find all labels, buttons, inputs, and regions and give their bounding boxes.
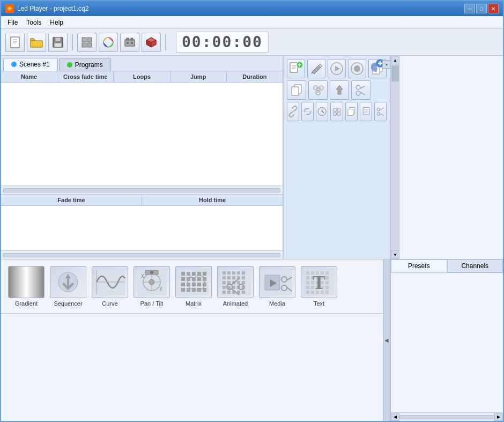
tab-presets[interactable]: Presets — [391, 260, 447, 272]
scissors-button[interactable] — [351, 80, 370, 100]
chain-button[interactable] — [330, 102, 343, 121]
minimize-button[interactable]: ─ — [464, 4, 475, 13]
effect-matrix[interactable]: Matrix — [175, 266, 212, 307]
panel-collapse-button[interactable]: ◀ — [383, 260, 390, 421]
copy2-button[interactable] — [287, 80, 306, 100]
toolbar-row-3 — [287, 102, 387, 121]
animated-icon — [217, 266, 254, 298]
svg-point-69 — [377, 113, 380, 115]
scene-hscroll[interactable] — [1, 186, 283, 194]
effect-animated[interactable]: Animated — [217, 266, 254, 307]
svg-line-51 — [360, 92, 365, 95]
app-icon: P — [5, 4, 14, 13]
hscroll-left-arrow[interactable]: ◀ — [391, 413, 399, 421]
svg-line-50 — [360, 86, 365, 88]
svg-rect-109 — [203, 288, 206, 292]
animated-label: Animated — [223, 300, 248, 307]
time-display: 00:00:00 — [176, 32, 269, 53]
col-loops: Loops — [114, 71, 170, 82]
svg-rect-95 — [181, 277, 185, 281]
scroll-down-arrow[interactable]: ▼ — [391, 250, 399, 259]
effects-button[interactable] — [308, 80, 328, 100]
col-holdtime: Hold time — [142, 195, 283, 205]
hscroll-right-arrow[interactable]: ▶ — [494, 413, 503, 421]
svg-point-57 — [322, 111, 323, 112]
tab-scenes[interactable]: Scenes #1 — [3, 58, 58, 71]
menu-help[interactable]: Help — [46, 18, 68, 27]
clock-button[interactable] — [316, 102, 328, 121]
media-label: Media — [269, 300, 285, 307]
link-button[interactable] — [287, 102, 299, 121]
title-bar: P Led Player - project1.cq2 ─ □ ✕ — [1, 1, 503, 16]
svg-point-48 — [356, 85, 360, 90]
lower-section: Gradient Sequencer — [1, 260, 390, 421]
scene-hscroll-track[interactable] — [3, 188, 280, 193]
tab-bar: Scenes #1 Programs — [1, 56, 283, 71]
grid-button[interactable] — [77, 33, 97, 52]
cube-button[interactable] — [142, 33, 161, 52]
effect-text[interactable]: T Text — [300, 266, 338, 307]
edit-scene-button[interactable] — [307, 59, 325, 78]
tab-programs-label: Programs — [75, 61, 103, 69]
scissors2-button[interactable] — [374, 102, 387, 121]
presets-hscroll[interactable]: ◀ ▶ — [391, 412, 503, 421]
svg-rect-124 — [237, 281, 240, 284]
svg-rect-126 — [223, 286, 226, 289]
presets-content — [391, 273, 503, 412]
svg-point-68 — [377, 108, 380, 111]
fade-hscroll-track[interactable] — [3, 253, 280, 257]
play-button[interactable] — [328, 59, 346, 78]
close-button[interactable]: ✕ — [488, 4, 499, 13]
copy3-button[interactable] — [345, 102, 358, 121]
toolbar-sep2 — [165, 34, 166, 50]
main-toolbar: 00:00:00 — [1, 29, 503, 56]
svg-rect-116 — [223, 276, 226, 279]
fade-hscroll[interactable] — [1, 250, 283, 259]
add-scene-button[interactable] — [287, 59, 305, 78]
svg-rect-92 — [192, 272, 196, 276]
new-button[interactable] — [5, 33, 25, 52]
scroll-up-arrow[interactable]: ▲ — [391, 56, 399, 64]
text-icon: T — [301, 266, 337, 298]
fade-table-body[interactable] — [1, 206, 283, 250]
effect-gradient[interactable]: Gradient — [8, 266, 45, 307]
save-button[interactable] — [48, 33, 68, 52]
toolbar-sep1 — [72, 34, 73, 50]
svg-rect-106 — [187, 288, 190, 292]
toolbar-row-2 — [287, 80, 387, 100]
svg-rect-135 — [242, 291, 245, 294]
media-icon — [259, 266, 295, 298]
right-vscroll[interactable]: ▲ ▼ — [391, 56, 399, 259]
svg-rect-12 — [82, 43, 86, 47]
matrix-icon — [175, 266, 212, 298]
tab-scenes-label: Scenes #1 — [19, 61, 50, 68]
svg-rect-132 — [227, 291, 231, 294]
col-name: Name — [1, 71, 57, 82]
tab-programs[interactable]: Programs — [59, 58, 111, 71]
tab-channels[interactable]: Channels — [447, 260, 503, 272]
menu-file[interactable]: File — [3, 18, 22, 27]
link2-button[interactable] — [301, 102, 314, 121]
menu-tools[interactable]: Tools — [22, 18, 46, 27]
effect-sequencer[interactable]: Sequencer — [49, 266, 87, 307]
svg-rect-91 — [187, 272, 190, 276]
svg-rect-15 — [125, 40, 135, 46]
upload-button[interactable] — [330, 80, 349, 100]
fade-header: Fade time Hold time — [1, 195, 283, 206]
effect-curve[interactable]: Curve — [91, 266, 129, 307]
copy4-button[interactable] — [360, 102, 372, 121]
col-duration: Duration — [227, 71, 283, 82]
fade-area: Fade time Hold time — [1, 195, 283, 259]
svg-point-86 — [149, 279, 154, 285]
effect-media[interactable]: Media — [258, 266, 296, 307]
maximize-button[interactable]: □ — [476, 4, 487, 13]
effect-pantilt[interactable]: X Y Pan / Tilt — [133, 266, 171, 307]
scene-table-body[interactable] — [1, 83, 283, 186]
hardware-button[interactable] — [120, 33, 139, 52]
open-button[interactable] — [27, 33, 46, 52]
palette-button[interactable] — [99, 33, 118, 52]
text-label: Text — [314, 300, 324, 307]
upper-section: Scenes #1 Programs Name Cross fade time … — [1, 56, 390, 260]
record-button[interactable] — [348, 59, 366, 78]
expand-middle-button[interactable]: » — [382, 60, 390, 69]
